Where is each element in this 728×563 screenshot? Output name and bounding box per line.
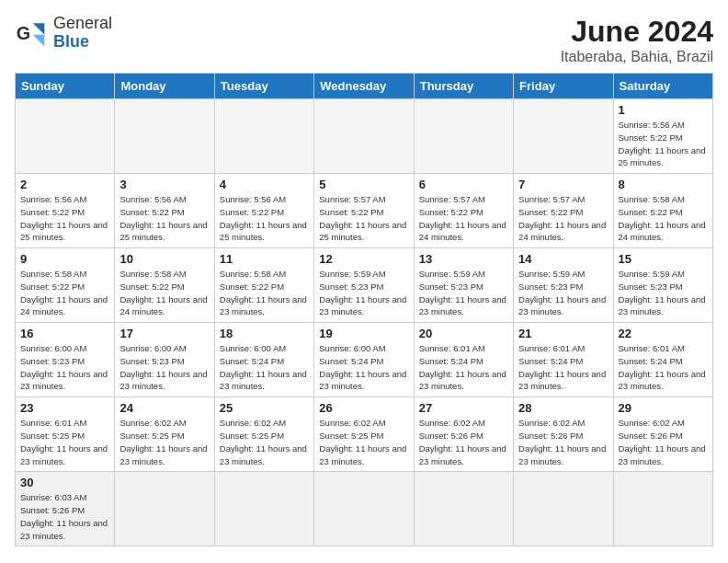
day-number: 10 — [119, 252, 209, 266]
table-cell: 14Sunrise: 5:59 AMSunset: 5:23 PMDayligh… — [514, 248, 613, 323]
day-info: Sunrise: 5:58 AMSunset: 5:22 PMDaylight:… — [119, 268, 209, 318]
day-number: 5 — [319, 178, 408, 191]
table-cell: 3Sunrise: 5:56 AMSunset: 5:22 PMDaylight… — [115, 174, 214, 248]
day-number: 18 — [220, 327, 309, 340]
day-number: 27 — [419, 401, 508, 415]
header-sunday: Sunday — [16, 74, 115, 99]
header-tuesday: Tuesday — [214, 74, 313, 99]
day-number: 19 — [319, 327, 408, 340]
day-info: Sunrise: 5:57 AMSunset: 5:22 PMDaylight:… — [319, 193, 408, 244]
weekday-header-row: Sunday Monday Tuesday Wednesday Thursday… — [16, 74, 713, 99]
table-cell: 22Sunrise: 6:01 AMSunset: 5:24 PMDayligh… — [613, 323, 712, 397]
header-wednesday: Wednesday — [314, 74, 414, 99]
table-cell — [115, 99, 214, 174]
day-info: Sunrise: 6:02 AMSunset: 5:26 PMDaylight:… — [419, 417, 508, 467]
table-cell — [314, 472, 414, 546]
calendar-row: 30Sunrise: 6:03 AMSunset: 5:26 PMDayligh… — [16, 472, 713, 546]
header-thursday: Thursday — [414, 74, 513, 99]
day-number: 11 — [220, 252, 309, 266]
calendar-row: 16Sunrise: 6:00 AMSunset: 5:23 PMDayligh… — [16, 323, 713, 397]
day-info: Sunrise: 6:03 AMSunset: 5:26 PMDaylight:… — [20, 491, 109, 542]
day-number: 12 — [319, 252, 408, 266]
day-info: Sunrise: 6:01 AMSunset: 5:24 PMDaylight:… — [419, 342, 508, 393]
day-info: Sunrise: 6:00 AMSunset: 5:23 PMDaylight:… — [20, 342, 109, 393]
day-info: Sunrise: 5:59 AMSunset: 5:23 PMDaylight:… — [419, 268, 508, 318]
table-cell — [214, 472, 313, 546]
table-cell: 4Sunrise: 5:56 AMSunset: 5:22 PMDaylight… — [214, 174, 313, 248]
day-info: Sunrise: 6:01 AMSunset: 5:25 PMDaylight:… — [20, 417, 109, 467]
table-cell — [414, 99, 513, 174]
day-info: Sunrise: 6:01 AMSunset: 5:24 PMDaylight:… — [619, 342, 708, 393]
table-cell — [214, 99, 313, 174]
day-info: Sunrise: 5:56 AMSunset: 5:22 PMDaylight:… — [119, 193, 209, 244]
table-cell: 7Sunrise: 5:57 AMSunset: 5:22 PMDaylight… — [514, 174, 613, 248]
day-number: 29 — [619, 401, 708, 415]
svg-marker-1 — [33, 23, 45, 35]
day-number: 25 — [220, 401, 309, 415]
table-cell: 18Sunrise: 6:00 AMSunset: 5:24 PMDayligh… — [214, 323, 313, 397]
table-cell: 10Sunrise: 5:58 AMSunset: 5:22 PMDayligh… — [115, 248, 214, 323]
day-info: Sunrise: 5:59 AMSunset: 5:23 PMDaylight:… — [518, 268, 608, 318]
day-number: 9 — [20, 252, 109, 266]
month-title: June 2024 — [561, 15, 713, 49]
logo-text: GeneralBlue — [53, 15, 112, 52]
table-cell: 27Sunrise: 6:02 AMSunset: 5:26 PMDayligh… — [414, 397, 513, 472]
day-info: Sunrise: 5:59 AMSunset: 5:23 PMDaylight:… — [619, 268, 708, 318]
day-number: 7 — [518, 178, 608, 191]
day-number: 28 — [518, 401, 608, 415]
day-number: 15 — [619, 252, 708, 266]
table-cell: 17Sunrise: 6:00 AMSunset: 5:23 PMDayligh… — [115, 323, 214, 397]
day-number: 30 — [20, 476, 109, 489]
day-info: Sunrise: 5:57 AMSunset: 5:22 PMDaylight:… — [518, 193, 608, 244]
day-number: 8 — [619, 178, 708, 191]
table-cell — [414, 472, 513, 546]
day-number: 1 — [619, 103, 708, 117]
table-cell: 19Sunrise: 6:00 AMSunset: 5:24 PMDayligh… — [314, 323, 414, 397]
calendar-row: 9Sunrise: 5:58 AMSunset: 5:22 PMDaylight… — [16, 248, 713, 323]
table-cell — [613, 472, 712, 546]
calendar-row: 2Sunrise: 5:56 AMSunset: 5:22 PMDaylight… — [16, 174, 713, 248]
day-number: 26 — [319, 401, 408, 415]
day-info: Sunrise: 6:02 AMSunset: 5:25 PMDaylight:… — [220, 417, 309, 467]
day-number: 13 — [419, 252, 508, 266]
table-cell: 9Sunrise: 5:58 AMSunset: 5:22 PMDaylight… — [16, 248, 115, 323]
table-cell — [514, 99, 613, 174]
table-cell: 5Sunrise: 5:57 AMSunset: 5:22 PMDaylight… — [314, 174, 414, 248]
day-info: Sunrise: 6:00 AMSunset: 5:23 PMDaylight:… — [119, 342, 209, 393]
calendar-row: 23Sunrise: 6:01 AMSunset: 5:25 PMDayligh… — [16, 397, 713, 472]
header-monday: Monday — [115, 74, 214, 99]
day-number: 20 — [419, 327, 508, 340]
day-number: 17 — [119, 327, 209, 340]
svg-text:G: G — [17, 23, 30, 43]
day-info: Sunrise: 6:02 AMSunset: 5:26 PMDaylight:… — [619, 417, 708, 467]
svg-marker-2 — [33, 35, 45, 47]
day-info: Sunrise: 6:02 AMSunset: 5:25 PMDaylight:… — [319, 417, 408, 467]
calendar-table: Sunday Monday Tuesday Wednesday Thursday… — [15, 73, 713, 546]
day-info: Sunrise: 5:58 AMSunset: 5:22 PMDaylight:… — [619, 193, 708, 244]
page-header: G GeneralBlue June 2024 Itaberaba, Bahia… — [15, 15, 713, 65]
day-number: 2 — [20, 178, 109, 191]
logo-icon: G — [15, 17, 48, 50]
table-cell: 16Sunrise: 6:00 AMSunset: 5:23 PMDayligh… — [16, 323, 115, 397]
day-number: 21 — [518, 327, 608, 340]
calendar-row: 1Sunrise: 5:56 AMSunset: 5:22 PMDaylight… — [16, 99, 713, 174]
day-number: 4 — [220, 178, 309, 191]
table-cell: 26Sunrise: 6:02 AMSunset: 5:25 PMDayligh… — [314, 397, 414, 472]
day-info: Sunrise: 6:00 AMSunset: 5:24 PMDaylight:… — [319, 342, 408, 393]
table-cell: 25Sunrise: 6:02 AMSunset: 5:25 PMDayligh… — [214, 397, 313, 472]
day-info: Sunrise: 5:56 AMSunset: 5:22 PMDaylight:… — [619, 119, 708, 169]
day-number: 23 — [20, 401, 109, 415]
day-number: 22 — [619, 327, 708, 340]
day-info: Sunrise: 5:58 AMSunset: 5:22 PMDaylight:… — [220, 268, 309, 318]
day-info: Sunrise: 5:58 AMSunset: 5:22 PMDaylight:… — [20, 268, 109, 318]
day-info: Sunrise: 6:02 AMSunset: 5:26 PMDaylight:… — [518, 417, 608, 467]
table-cell: 2Sunrise: 5:56 AMSunset: 5:22 PMDaylight… — [16, 174, 115, 248]
day-info: Sunrise: 6:02 AMSunset: 5:25 PMDaylight:… — [119, 417, 209, 467]
table-cell — [16, 99, 115, 174]
logo: G GeneralBlue — [15, 15, 112, 52]
header-saturday: Saturday — [613, 74, 712, 99]
table-cell: 30Sunrise: 6:03 AMSunset: 5:26 PMDayligh… — [16, 472, 115, 546]
day-number: 3 — [119, 178, 209, 191]
day-info: Sunrise: 5:56 AMSunset: 5:22 PMDaylight:… — [220, 193, 309, 244]
location: Itaberaba, Bahia, Brazil — [561, 49, 713, 65]
